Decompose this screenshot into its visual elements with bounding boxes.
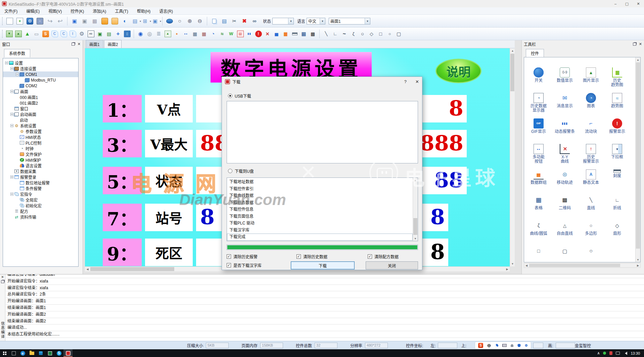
ime-settings-icon[interactable]: ⚙ xyxy=(525,344,528,347)
param-label-cell[interactable]: 站号 xyxy=(145,204,193,231)
tree-item[interactable]: 文件保护 xyxy=(3,151,78,157)
clear-option-checkbox[interactable]: 清除历史报警 xyxy=(227,254,258,259)
ime-toolbar[interactable]: S 中 ⚙ xyxy=(475,342,531,349)
param-number-cell[interactable]: 9： xyxy=(103,239,142,266)
tree-item[interactable]: 数位地址报警 xyxy=(3,180,78,186)
widget-item[interactable]: 0-9 数值显示 xyxy=(552,66,578,92)
checkbox-icon[interactable] xyxy=(227,263,231,267)
scroll-down-icon[interactable]: ▼ xyxy=(636,257,640,262)
menu-item[interactable]: 语言(R) xyxy=(155,7,177,15)
download-button[interactable]: 下载 xyxy=(291,261,355,269)
skype-icon[interactable]: S xyxy=(54,349,63,357)
tree-expander-icon[interactable] xyxy=(10,124,13,127)
tree-item[interactable]: ⇄ 资料传输 xyxy=(3,214,78,220)
scroll-thumb[interactable] xyxy=(90,267,174,271)
tab-system-params[interactable]: 系统参数 xyxy=(4,49,30,57)
widget-item[interactable]: ◔ 历史数据 显示器 xyxy=(525,92,552,117)
tree-item[interactable]: 连接设置 xyxy=(3,66,78,71)
widget-item[interactable]: ▮▮▮ 动态报警条 xyxy=(552,117,578,143)
widget-item[interactable]: ▆ 历史 趋势图 xyxy=(604,66,630,92)
widget-item[interactable]: □ xyxy=(525,245,552,262)
taskview-icon[interactable] xyxy=(9,349,18,357)
tree-expander-icon[interactable] xyxy=(5,61,8,64)
menu-item[interactable]: 工具(T) xyxy=(110,7,132,15)
tree-item[interactable]: ✓ HMI状态 xyxy=(3,134,78,140)
param-label-cell[interactable]: 状态 xyxy=(145,167,193,194)
float-panel-icon[interactable] xyxy=(72,43,75,46)
tree-item[interactable]: ↕ PLC控制 xyxy=(3,140,78,146)
start-button[interactable] xyxy=(0,349,9,357)
widget-item[interactable]: ▢ xyxy=(552,245,578,262)
toolbox-horizontal-scrollbar[interactable]: ◀ ▶ xyxy=(524,263,641,268)
tree-item[interactable]: 启动画面 xyxy=(3,111,78,117)
kinseal-taskbar-icon[interactable] xyxy=(63,349,73,357)
ime-fullhalf-icon[interactable] xyxy=(495,344,498,347)
tray-green-icon[interactable] xyxy=(603,352,606,355)
maximize-button[interactable]: ▢ xyxy=(621,0,633,7)
tree-item[interactable]: 001:画面2 xyxy=(3,100,78,106)
scroll-thumb[interactable] xyxy=(510,54,514,91)
widget-item[interactable]: ! 报警显示 xyxy=(604,117,630,143)
param-number-cell[interactable]: 7： xyxy=(103,204,142,231)
widget-item[interactable]: ▲ 图片显示 xyxy=(578,66,604,92)
widget-item[interactable]: 刻度 xyxy=(604,168,630,194)
widget-item[interactable]: ○ 多边形 xyxy=(578,219,604,245)
scroll-left-icon[interactable]: ◀ xyxy=(524,263,529,267)
tree-item[interactable]: Modbus_RTU xyxy=(3,77,78,83)
clear-option-checkbox[interactable]: 清除历史数据 xyxy=(296,254,327,259)
ime-mode-chinese[interactable]: 中 xyxy=(487,343,491,348)
new-add-icon[interactable]: + xyxy=(15,16,25,26)
tree-item[interactable]: ▼ 数据采集 xyxy=(3,168,78,174)
menu-item[interactable]: 控件(K) xyxy=(66,7,88,15)
widget-item[interactable]: ζ 曲线/圆弧 xyxy=(525,219,552,245)
undo-icon[interactable]: ↩ xyxy=(55,16,65,26)
widget-item[interactable]: 开关 xyxy=(525,66,552,92)
tree-item[interactable]: ✔ HMI保护 xyxy=(3,157,78,163)
menu-item[interactable]: 添加(A) xyxy=(88,7,110,15)
widget-item[interactable]: ✕ X-Y 曲线 xyxy=(552,143,578,168)
clear-option-checkbox[interactable]: 清除配方数据 xyxy=(368,254,399,259)
widget-item[interactable]: ○ xyxy=(578,245,604,262)
new-file-icon[interactable] xyxy=(5,16,15,26)
language-combo[interactable]: 中文 xyxy=(307,18,325,24)
widget-item[interactable]: ! 历史 报警显示 xyxy=(578,143,604,168)
close-panel-icon[interactable]: ✕ xyxy=(78,42,81,46)
checkbox-icon[interactable] xyxy=(368,254,372,259)
widget-item[interactable]: ●● 多功能 按钮 xyxy=(525,143,552,168)
excel-icon[interactable] xyxy=(45,349,54,357)
redo-icon[interactable]: ↪ xyxy=(45,16,55,26)
scroll-down-icon[interactable]: ▼ xyxy=(510,261,515,266)
close-dialog-button[interactable]: 关闭 xyxy=(366,261,418,269)
param-label-cell[interactable]: 死区 xyxy=(145,239,193,266)
menu-item[interactable]: 文件(F) xyxy=(0,7,22,15)
widget-item[interactable]: ≈ 趋势图 xyxy=(604,92,630,117)
tree-item[interactable]: I 初始化宏 xyxy=(3,203,78,208)
canvas-vertical-scrollbar[interactable]: ▲ ▼ xyxy=(510,48,515,266)
file-explorer-icon[interactable] xyxy=(27,349,36,357)
widget-item[interactable]: ⌐ 流动块 xyxy=(578,117,604,143)
tree-item[interactable]: 启动 xyxy=(3,117,78,123)
tree-item[interactable]: 画面 xyxy=(3,89,78,94)
tray-red-icon[interactable] xyxy=(609,351,612,355)
toolbox-vertical-scrollbar[interactable]: ▲ ▼ xyxy=(635,57,640,262)
tree-expander-icon[interactable] xyxy=(16,73,19,76)
widget-item[interactable]: ▦ 表格 xyxy=(525,194,552,219)
tree-item[interactable]: 宏指令 xyxy=(3,191,78,197)
tree-item[interactable]: ◔ 时钟 xyxy=(3,146,78,151)
tree-item[interactable]: 000:画面1 xyxy=(3,94,78,100)
param-number-cell[interactable]: 3： xyxy=(103,130,142,157)
widget-item[interactable]: ◇ 扇形 xyxy=(604,219,630,245)
tree-expander-icon[interactable] xyxy=(10,67,13,70)
tree-item[interactable]: ⚙ 参数设置 xyxy=(3,129,78,134)
float-log-icon[interactable] xyxy=(1,280,4,283)
menu-item[interactable]: 编辑(E) xyxy=(22,7,44,15)
close-panel-icon[interactable]: ✕ xyxy=(639,42,642,46)
ime-keyboard-icon[interactable] xyxy=(502,344,507,347)
close-button[interactable]: ✕ xyxy=(633,0,644,7)
minimize-button[interactable]: – xyxy=(610,0,621,7)
open-project-icon[interactable]: ⚙ xyxy=(25,16,35,26)
widget-item[interactable]: ╲ 直线 xyxy=(578,194,604,219)
param-number-cell[interactable]: 5： xyxy=(103,167,142,194)
widget-item[interactable]: ▩ 二维码 xyxy=(552,194,578,219)
tree-item[interactable]: COM1 xyxy=(3,71,78,77)
